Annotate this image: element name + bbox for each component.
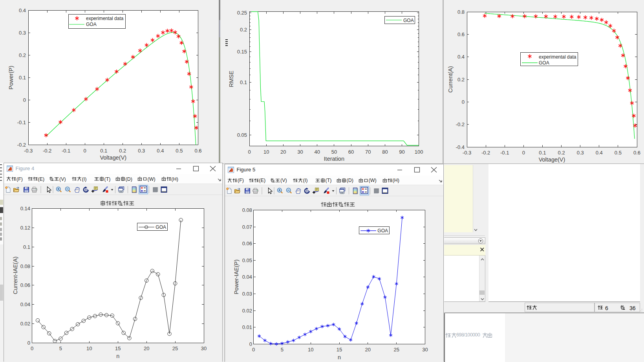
svg-text:0.02: 0.02 <box>20 321 30 327</box>
svg-text:0: 0 <box>462 99 465 105</box>
svg-text:40: 40 <box>314 149 320 155</box>
svg-text:0.04: 0.04 <box>20 301 30 307</box>
svg-text:0.3: 0.3 <box>19 30 26 36</box>
svg-text:0.1: 0.1 <box>100 148 107 154</box>
svg-text:0.3: 0.3 <box>138 148 145 154</box>
svg-text:-0.2: -0.2 <box>456 121 465 127</box>
svg-text:0: 0 <box>27 340 30 346</box>
svg-text:0.07: 0.07 <box>242 224 252 230</box>
svg-text:15: 15 <box>336 347 342 353</box>
svg-text:experimental data: experimental data <box>539 54 576 60</box>
svg-text:10: 10 <box>86 345 92 351</box>
svg-text:10: 10 <box>307 347 313 353</box>
svg-text:0: 0 <box>522 150 525 156</box>
svg-text:70: 70 <box>365 149 371 155</box>
svg-text:5: 5 <box>280 347 283 353</box>
svg-text:0.1: 0.1 <box>19 75 26 81</box>
svg-text:0.06: 0.06 <box>242 241 252 246</box>
svg-text:n: n <box>116 353 119 359</box>
svg-text:0: 0 <box>252 347 254 353</box>
svg-text:RMSE: RMSE <box>228 70 234 87</box>
svg-text:Power(P): Power(P) <box>8 66 14 89</box>
svg-text:25: 25 <box>172 345 177 351</box>
svg-text:0.4: 0.4 <box>596 150 603 156</box>
svg-text:GOA: GOA <box>156 224 166 230</box>
svg-text:-0.1: -0.1 <box>17 119 26 125</box>
svg-text:-0.1: -0.1 <box>500 150 509 156</box>
svg-text:-0.3: -0.3 <box>463 150 471 156</box>
svg-text:0.08: 0.08 <box>242 207 252 213</box>
svg-text:0.06: 0.06 <box>20 282 30 288</box>
svg-text:0.6: 0.6 <box>633 150 640 156</box>
svg-text:0.14: 0.14 <box>20 206 30 211</box>
svg-text:Power-IAE(P): Power-IAE(P) <box>233 259 240 294</box>
svg-text:GOA: GOA <box>539 60 549 66</box>
svg-text:0.6: 0.6 <box>457 31 465 37</box>
svg-text:0.2: 0.2 <box>457 77 465 83</box>
svg-text:0.2: 0.2 <box>19 52 26 58</box>
svg-text:10: 10 <box>263 149 269 155</box>
svg-text:80: 80 <box>382 149 388 155</box>
svg-text:20: 20 <box>280 149 286 155</box>
svg-text:-0.2: -0.2 <box>17 142 26 148</box>
svg-text:-0.2: -0.2 <box>481 150 490 156</box>
svg-text:0.1: 0.1 <box>539 150 546 156</box>
svg-text:0.4: 0.4 <box>457 54 465 60</box>
svg-text:Voltage(V): Voltage(V) <box>100 154 126 161</box>
svg-text:0.2: 0.2 <box>558 150 565 156</box>
svg-text:60: 60 <box>348 149 354 155</box>
svg-text:-0.1: -0.1 <box>62 148 70 154</box>
svg-text:0.8: 0.8 <box>457 9 465 15</box>
svg-text:0.01: 0.01 <box>242 324 252 330</box>
svg-text:GOA: GOA <box>377 228 388 233</box>
svg-text:Current-IAE(A): Current-IAE(A) <box>12 256 18 294</box>
svg-text:50: 50 <box>331 149 337 155</box>
svg-text:Iteration: Iteration <box>324 156 344 162</box>
svg-text:0.1: 0.1 <box>23 244 30 250</box>
svg-text:0.1: 0.1 <box>240 79 247 85</box>
svg-text:0: 0 <box>248 149 251 155</box>
svg-text:0.15: 0.15 <box>237 49 247 55</box>
svg-text:GOA: GOA <box>403 18 414 23</box>
svg-text:-0.2: -0.2 <box>43 148 51 154</box>
svg-text:20: 20 <box>143 345 149 351</box>
svg-text:0.08: 0.08 <box>20 263 30 269</box>
svg-text:0.6: 0.6 <box>194 148 201 154</box>
svg-text:90: 90 <box>399 149 404 155</box>
svg-text:0.5: 0.5 <box>615 150 622 156</box>
svg-text:15: 15 <box>115 345 120 351</box>
svg-text:Current(A): Current(A) <box>447 66 454 93</box>
svg-text:-0.3: -0.3 <box>24 148 33 154</box>
svg-text:-0.4: -0.4 <box>456 144 465 150</box>
svg-text:0.05: 0.05 <box>237 132 247 138</box>
svg-text:100: 100 <box>415 149 423 155</box>
svg-text:0.03: 0.03 <box>242 291 252 297</box>
svg-text:0.2: 0.2 <box>240 27 247 33</box>
svg-text:GOA: GOA <box>86 22 97 27</box>
svg-text:0: 0 <box>249 341 252 347</box>
svg-text:0.04: 0.04 <box>242 274 252 280</box>
svg-text:0.12: 0.12 <box>20 224 30 230</box>
svg-text:0.05: 0.05 <box>242 257 252 263</box>
svg-text:Voltage(V): Voltage(V) <box>539 156 565 163</box>
svg-text:0.4: 0.4 <box>19 7 26 13</box>
svg-text:30: 30 <box>422 347 428 353</box>
svg-text:0.25: 0.25 <box>237 10 247 16</box>
svg-text:0.4: 0.4 <box>157 148 164 154</box>
svg-text:0: 0 <box>84 148 86 154</box>
svg-text:30: 30 <box>297 149 303 155</box>
svg-text:5: 5 <box>59 345 62 351</box>
svg-text:0.2: 0.2 <box>119 148 126 154</box>
svg-text:0.02: 0.02 <box>242 308 252 314</box>
svg-text:30: 30 <box>201 345 206 351</box>
svg-text:0: 0 <box>23 97 26 103</box>
svg-text:0.3: 0.3 <box>577 150 584 156</box>
svg-text:0.5: 0.5 <box>176 148 183 154</box>
svg-text:experimental data: experimental data <box>86 16 124 21</box>
svg-text:0: 0 <box>30 345 33 351</box>
svg-text:25: 25 <box>393 347 399 353</box>
svg-text:20: 20 <box>365 347 370 353</box>
svg-text:n: n <box>337 354 340 360</box>
